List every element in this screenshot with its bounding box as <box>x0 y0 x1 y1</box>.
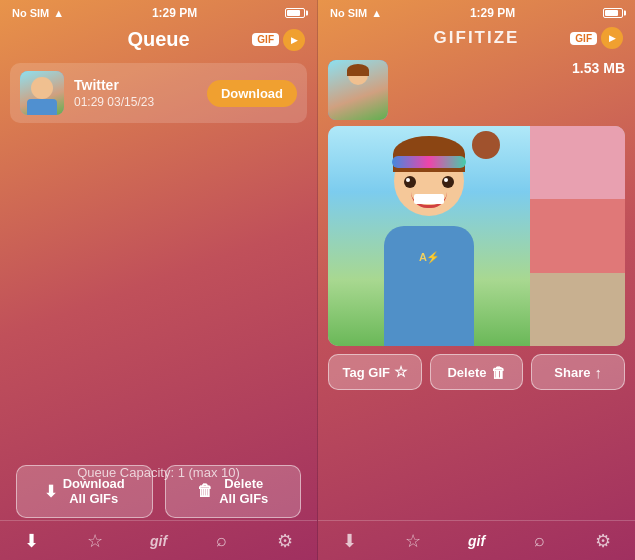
right-nav-gif[interactable]: gif <box>445 533 508 549</box>
queue-meta: 01:29 03/15/23 <box>74 95 197 109</box>
girl-logo: A⚡ <box>419 251 439 264</box>
download-all-label: DownloadAll GIFs <box>63 476 125 507</box>
right-header: GIFITIZE GIF ▶ <box>318 24 635 56</box>
color-strip-tan <box>530 273 625 346</box>
left-title: Queue <box>127 28 189 51</box>
left-header: Queue GIF ▶ <box>0 24 317 59</box>
left-status-bar: No SIM ▲ 1:29 PM <box>0 0 317 24</box>
left-battery-icon <box>285 8 305 18</box>
girl-body <box>384 226 474 346</box>
left-time: 1:29 PM <box>152 6 197 20</box>
right-nav-download[interactable]: ⬇ <box>318 530 381 552</box>
left-play-button[interactable]: ▶ <box>283 29 305 51</box>
small-thumb-image <box>328 60 388 120</box>
download-all-button[interactable]: ⬇ DownloadAll GIFs <box>16 465 153 518</box>
tag-gif-button[interactable]: Tag GIF ☆ <box>328 354 422 390</box>
queue-item-info: Twitter 01:29 03/15/23 <box>74 77 197 109</box>
right-time: 1:29 PM <box>470 6 515 20</box>
bottom-actions: ⬇ DownloadAll GIFs 🗑 DeleteAll GIFs <box>0 465 317 518</box>
delete-all-label: DeleteAll GIFs <box>219 476 268 507</box>
left-panel: No SIM ▲ 1:29 PM Queue GIF ▶ Twitter 01:… <box>0 0 317 560</box>
girl-hair-bun <box>472 131 500 159</box>
right-status-right <box>603 8 623 18</box>
share-gif-button[interactable]: Share ↑ <box>531 354 625 390</box>
left-gif-tag: GIF <box>252 33 279 46</box>
right-gif-tag: GIF <box>570 32 597 45</box>
queue-thumb-image <box>20 71 64 115</box>
delete-gif-icon: 🗑 <box>491 364 506 381</box>
left-bottom-nav: ⬇ ☆ gif ⌕ ⚙ <box>0 520 317 560</box>
download-button[interactable]: Download <box>207 80 297 107</box>
left-nav-star[interactable]: ☆ <box>63 530 126 552</box>
right-nav-settings[interactable]: ⚙ <box>572 530 635 552</box>
right-bottom-nav: ⬇ ☆ gif ⌕ ⚙ <box>318 520 635 560</box>
left-battery-fill <box>287 10 300 16</box>
share-gif-icon: ↑ <box>595 364 603 381</box>
left-carrier: No SIM <box>12 7 49 19</box>
girl-eye-left <box>404 176 416 188</box>
delete-gif-label: Delete <box>447 365 486 380</box>
left-status-right <box>285 8 305 18</box>
right-nav-star[interactable]: ☆ <box>381 530 444 552</box>
right-play-button[interactable]: ▶ <box>601 27 623 49</box>
girl-eye-right <box>442 176 454 188</box>
left-nav-download[interactable]: ⬇ <box>0 530 63 552</box>
tag-gif-icon: ☆ <box>394 363 407 381</box>
right-panel: No SIM ▲ 1:29 PM GIFITIZE GIF ▶ 1.53 MB <box>317 0 635 560</box>
right-carrier: No SIM <box>330 7 367 19</box>
girl-headband <box>392 156 466 168</box>
right-title: GIFITIZE <box>434 28 520 48</box>
right-gif-badge: GIF ▶ <box>570 27 623 49</box>
right-status-bar: No SIM ▲ 1:29 PM <box>318 0 635 24</box>
left-nav-settings[interactable]: ⚙ <box>254 530 317 552</box>
color-strip-pink <box>530 126 625 199</box>
girl-eyes <box>404 176 454 188</box>
right-battery-fill <box>605 10 618 16</box>
right-wifi-icon: ▲ <box>371 7 382 19</box>
delete-all-button[interactable]: 🗑 DeleteAll GIFs <box>165 465 302 518</box>
queue-item: Twitter 01:29 03/15/23 Download <box>10 63 307 123</box>
share-gif-label: Share <box>554 365 590 380</box>
right-battery-icon <box>603 8 623 18</box>
gif-preview-inner: A⚡ <box>328 126 625 346</box>
queue-thumbnail <box>20 71 64 115</box>
queue-source: Twitter <box>74 77 197 93</box>
tag-gif-label: Tag GIF <box>343 365 390 380</box>
download-all-icon: ⬇ <box>44 482 57 501</box>
preview-right-col: 1.53 MB <box>396 60 625 80</box>
left-wifi-icon: ▲ <box>53 7 64 19</box>
color-strips <box>530 126 625 346</box>
left-gif-badge: GIF ▶ <box>252 29 305 51</box>
left-nav-gif[interactable]: gif <box>127 533 190 549</box>
gif-preview: A⚡ <box>328 126 625 346</box>
left-nav-search[interactable]: ⌕ <box>190 530 253 551</box>
left-status-left: No SIM ▲ <box>12 7 64 19</box>
girl-illustration: A⚡ <box>328 126 530 346</box>
delete-gif-button[interactable]: Delete 🗑 <box>430 354 524 390</box>
gif-actions: Tag GIF ☆ Delete 🗑 Share ↑ <box>328 354 625 390</box>
girl-teeth <box>414 194 444 204</box>
color-strip-salmon <box>530 199 625 272</box>
right-nav-search[interactable]: ⌕ <box>508 530 571 551</box>
file-size: 1.53 MB <box>572 60 625 76</box>
delete-all-icon: 🗑 <box>197 482 213 500</box>
preview-area: 1.53 MB <box>328 60 625 120</box>
small-thumbnail <box>328 60 388 120</box>
right-status-left: No SIM ▲ <box>330 7 382 19</box>
